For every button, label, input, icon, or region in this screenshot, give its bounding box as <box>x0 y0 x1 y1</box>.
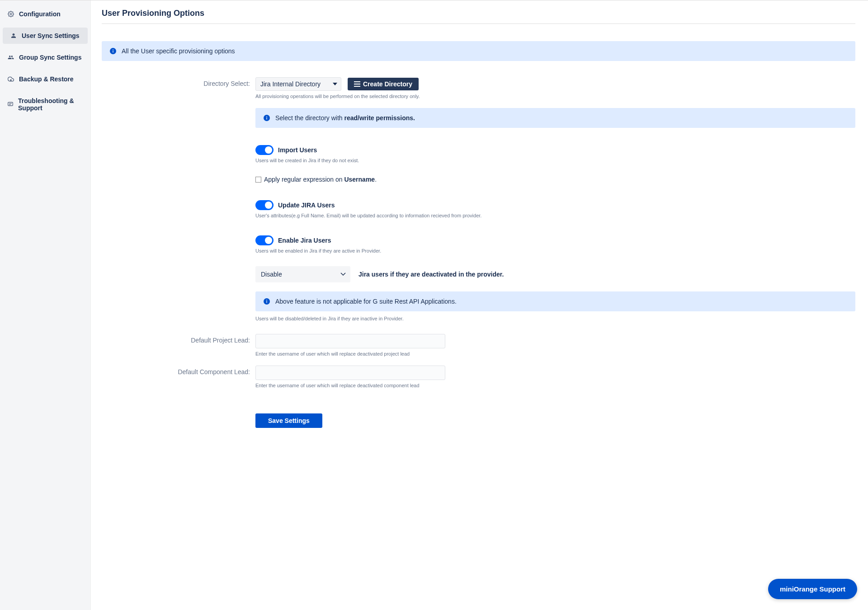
sidebar-item-backup-restore[interactable]: Backup & Restore <box>0 71 90 87</box>
svg-point-0 <box>10 13 12 15</box>
update-users-toggle[interactable] <box>255 200 274 210</box>
component-lead-helper: Enter the username of user which will re… <box>255 383 855 388</box>
svg-rect-11 <box>266 117 267 120</box>
info-icon <box>264 298 270 305</box>
directory-select-value: Jira Internal Directory <box>260 80 321 88</box>
sidebar-item-label: Configuration <box>19 10 61 18</box>
project-lead-helper: Enter the username of user which will re… <box>255 351 855 357</box>
sidebar-item-label: Backup & Restore <box>19 75 74 83</box>
save-settings-button[interactable]: Save Settings <box>255 413 322 428</box>
sidebar-item-label: Group Sync Settings <box>19 54 81 61</box>
page-title: User Provisioning Options <box>102 9 855 24</box>
deactivate-helper: Users will be disabled/deleted in Jira i… <box>255 316 855 321</box>
project-lead-label: Default Project Lead: <box>102 334 255 357</box>
regex-label: Apply regular expression on Username. <box>264 176 377 183</box>
enable-users-label: Enable Jira Users <box>278 237 331 244</box>
component-lead-label: Default Component Lead: <box>102 366 255 388</box>
info-icon <box>264 115 270 121</box>
chevron-down-icon <box>340 272 346 276</box>
sidebar: Configuration User Sync Settings Group S… <box>0 0 90 610</box>
users-icon <box>7 54 14 61</box>
directory-select[interactable]: Jira Internal Directory <box>255 77 341 91</box>
banner-text: Select the directory with read/write per… <box>275 114 415 122</box>
sidebar-item-label: Troubleshooting & Support <box>18 97 83 112</box>
main-content: User Provisioning Options All the User s… <box>90 0 868 610</box>
sidebar-item-label: User Sync Settings <box>22 32 80 39</box>
support-button[interactable]: miniOrange Support <box>768 579 857 599</box>
svg-point-12 <box>266 116 267 117</box>
info-banner-top: All the User specific provisioning optio… <box>102 41 855 61</box>
info-banner-gsuite: Above feature is not applicable for G su… <box>255 291 855 311</box>
svg-rect-5 <box>113 51 113 53</box>
sidebar-item-configuration[interactable]: Configuration <box>0 6 90 22</box>
chat-icon <box>7 101 14 108</box>
cloud-download-icon <box>7 75 14 83</box>
sidebar-item-group-sync[interactable]: Group Sync Settings <box>0 49 90 66</box>
deactivate-text: Jira users if they are deactivated in th… <box>359 271 504 278</box>
svg-point-15 <box>266 300 267 300</box>
regex-checkbox[interactable] <box>255 177 261 183</box>
info-banner-permissions: Select the directory with read/write per… <box>255 108 855 128</box>
sidebar-item-troubleshooting[interactable]: Troubleshooting & Support <box>0 93 90 116</box>
component-lead-input[interactable] <box>255 366 445 380</box>
import-users-toggle[interactable] <box>255 145 274 155</box>
chevron-down-icon <box>333 83 337 85</box>
info-icon <box>110 48 116 54</box>
svg-point-6 <box>113 49 113 50</box>
banner-text: All the User specific provisioning optio… <box>122 47 235 55</box>
project-lead-input[interactable] <box>255 334 445 348</box>
update-users-helper: User's attributes(e.g Full Name. Email) … <box>255 213 855 218</box>
svg-rect-7 <box>354 81 360 82</box>
gear-icon <box>7 10 14 18</box>
banner-text: Above feature is not applicable for G su… <box>275 298 457 305</box>
import-users-helper: Users will be created in Jira if they do… <box>255 158 855 163</box>
update-users-label: Update JIRA Users <box>278 202 335 209</box>
deactivate-action-value: Disable <box>261 271 282 278</box>
svg-rect-14 <box>266 301 267 303</box>
import-users-label: Import Users <box>278 146 317 154</box>
svg-rect-8 <box>354 84 360 84</box>
sidebar-item-user-sync[interactable]: User Sync Settings <box>3 28 88 44</box>
svg-rect-1 <box>8 102 13 106</box>
directory-select-label: Directory Select: <box>102 77 255 128</box>
user-icon <box>10 32 17 39</box>
menu-icon <box>354 81 360 87</box>
enable-users-toggle[interactable] <box>255 235 274 245</box>
create-directory-button[interactable]: Create Directory <box>348 78 419 90</box>
svg-rect-9 <box>354 86 360 87</box>
enable-users-helper: Users will be enabled in Jira if they ar… <box>255 248 855 253</box>
directory-helper: All provisioning operations will be perf… <box>255 94 855 99</box>
create-directory-label: Create Directory <box>363 80 412 88</box>
deactivate-action-select[interactable]: Disable <box>255 266 350 282</box>
